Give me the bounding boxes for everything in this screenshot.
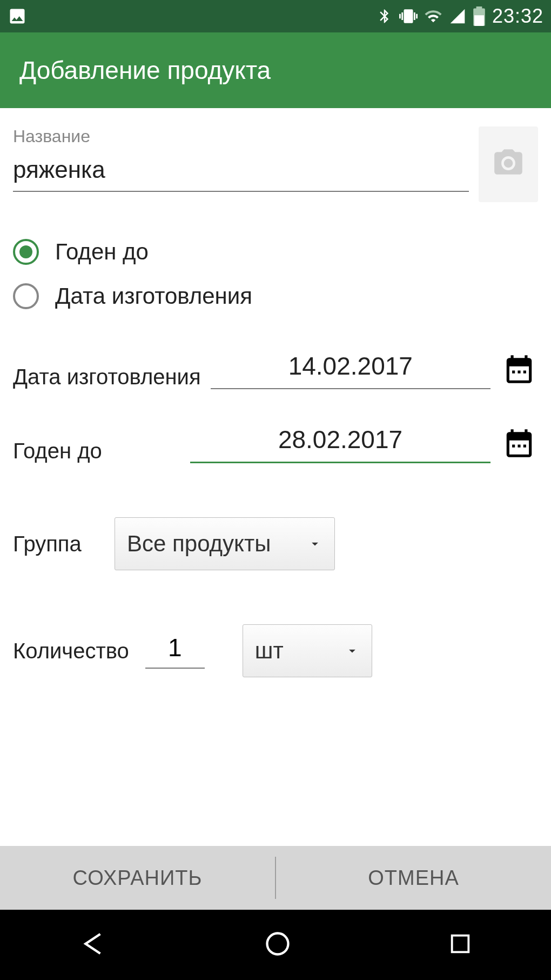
bluetooth-icon <box>377 8 393 24</box>
recent-apps-icon[interactable] <box>448 931 473 958</box>
expiry-date-input[interactable] <box>190 422 490 463</box>
name-label: Название <box>13 126 469 146</box>
vibrate-icon <box>399 7 418 25</box>
unit-select-value: шт <box>255 638 284 664</box>
chevron-down-icon <box>307 531 322 557</box>
back-icon[interactable] <box>78 929 107 961</box>
quantity-input[interactable] <box>145 633 205 669</box>
date-type-radio-group: Годен до Дата изготовления <box>13 239 538 309</box>
cell-signal-icon <box>449 8 466 25</box>
radio-expiry-date[interactable]: Годен до <box>13 239 538 265</box>
manufacture-date-picker-button[interactable] <box>500 351 538 389</box>
status-time: 23:32 <box>492 5 543 28</box>
radio-selected-icon <box>13 239 39 265</box>
chevron-down-icon <box>345 638 360 664</box>
radio-label: Годен до <box>55 239 149 265</box>
page-title: Добавление продукта <box>19 56 271 85</box>
group-select-value: Все продукты <box>127 531 271 557</box>
save-button[interactable]: СОХРАНИТЬ <box>0 846 275 910</box>
cancel-button-label: ОТМЕНА <box>368 866 459 890</box>
unit-select[interactable]: шт <box>243 624 372 677</box>
cancel-button[interactable]: ОТМЕНА <box>276 846 551 910</box>
image-icon <box>8 6 27 26</box>
status-bar: 23:32 <box>0 0 551 32</box>
calendar-icon <box>502 426 536 462</box>
save-button-label: СОХРАНИТЬ <box>73 866 203 890</box>
svg-rect-1 <box>452 936 469 952</box>
app-bar: Добавление продукта <box>0 32 551 108</box>
radio-label: Дата изготовления <box>55 283 252 309</box>
battery-icon <box>473 6 486 26</box>
wifi-icon <box>424 7 442 25</box>
form-body: Название Годен до Дата изготовления Дата… <box>0 108 551 846</box>
system-nav-bar <box>0 910 551 980</box>
expiry-date-picker-button[interactable] <box>500 425 538 463</box>
add-photo-button[interactable] <box>479 126 538 202</box>
group-select[interactable]: Все продукты <box>115 517 335 570</box>
calendar-icon <box>502 352 536 388</box>
expiry-date-label: Годен до <box>13 439 180 463</box>
quantity-label: Количество <box>13 639 129 663</box>
name-input[interactable] <box>13 153 469 192</box>
home-icon[interactable] <box>264 930 292 960</box>
group-label: Группа <box>13 532 105 556</box>
manufacture-date-label: Дата изготовления <box>13 365 201 389</box>
radio-unselected-icon <box>13 283 39 309</box>
radio-manufacture-date[interactable]: Дата изготовления <box>13 283 538 309</box>
camera-icon <box>492 146 525 182</box>
bottom-action-bar: СОХРАНИТЬ ОТМЕНА <box>0 846 551 910</box>
svg-point-0 <box>267 934 288 955</box>
manufacture-date-input[interactable] <box>211 348 490 389</box>
